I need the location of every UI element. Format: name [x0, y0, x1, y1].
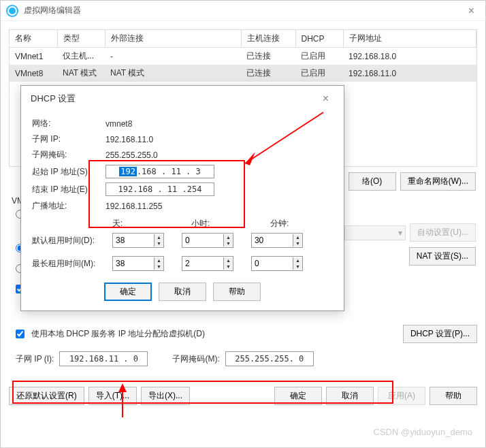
end-ip-label: 结束 IP 地址(E):: [32, 184, 106, 195]
mask-label: 子网掩码:: [32, 149, 106, 161]
net-value: vmnet8: [106, 119, 132, 129]
col-ext[interactable]: 外部连接: [105, 30, 241, 48]
end-ip-input[interactable]: 192.168 . 11 .254: [106, 182, 214, 196]
add-network-button[interactable]: 络(O): [349, 172, 396, 191]
dropdown-disabled: ▾: [344, 225, 406, 240]
col-dhcp[interactable]: DHCP: [295, 30, 343, 48]
col-host[interactable]: 主机连接: [241, 30, 295, 48]
window-title: 虚拟网络编辑器: [24, 5, 463, 16]
bcast-value: 192.168.11.255: [106, 202, 162, 211]
day-header: 天:: [112, 218, 191, 229]
start-ip-input[interactable]: 192.168 . 11 . 3: [106, 165, 214, 178]
default-min-spinner[interactable]: ▲▼: [251, 233, 303, 248]
default-lease-label: 默认租用时间(D):: [32, 235, 112, 246]
col-name[interactable]: 名称: [10, 30, 57, 48]
net-label: 网络:: [32, 118, 106, 129]
auto-settings-button: 自动设置(U)...: [410, 223, 476, 242]
use-dhcp-checkbox[interactable]: [16, 330, 25, 338]
min-header: 分钟:: [270, 218, 289, 229]
close-icon[interactable]: ×: [463, 5, 480, 17]
help-button[interactable]: 帮助: [430, 387, 477, 405]
dhcp-settings-button[interactable]: DHCP 设置(P)...: [403, 325, 477, 343]
dhcp-checkbox-row[interactable]: 使用本地 DHCP 服务将 IP 地址分配给虚拟机(D): [16, 328, 205, 340]
start-ip-label: 起始 IP 地址(S):: [32, 166, 106, 178]
titlebar: 虚拟网络编辑器 ×: [1, 1, 485, 21]
col-subnet[interactable]: 子网地址: [343, 30, 476, 48]
export-button[interactable]: 导出(X)...: [141, 387, 190, 405]
network-table: 名称 类型 外部连接 主机连接 DHCP 子网地址 VMnet1 仅主机...: [10, 30, 476, 82]
bcast-label: 广播地址:: [32, 200, 106, 212]
table-row[interactable]: VMnet8 NAT 模式 NAT 模式 已连接 已启用 192.168.11.…: [10, 65, 476, 82]
dialog-ok-button[interactable]: 确定: [104, 283, 152, 301]
max-day-spinner[interactable]: ▲▼: [112, 256, 164, 271]
nat-settings-button[interactable]: NAT 设置(S)...: [409, 247, 476, 266]
dialog-title: DHCP 设置: [31, 93, 76, 105]
subnet-value: 192.168.11.0: [106, 135, 153, 144]
hour-header: 小时:: [191, 218, 270, 229]
chevron-up-icon: ▲: [155, 234, 163, 240]
cancel-button[interactable]: 取消: [326, 387, 374, 405]
default-hour-spinner[interactable]: ▲▼: [182, 233, 233, 248]
subnet-label: 子网 IP:: [32, 133, 106, 145]
mask-value: 255.255.255.0: [106, 150, 158, 160]
max-min-spinner[interactable]: ▲▼: [251, 256, 303, 271]
col-type[interactable]: 类型: [57, 30, 105, 48]
restore-defaults-button[interactable]: 还原默认设置(R): [9, 387, 84, 405]
watermark: CSDN @yiduoyun_demo: [374, 427, 472, 437]
dhcp-dialog: DHCP 设置 × 网络:vmnet8 子网 IP:192.168.11.0 子…: [20, 85, 344, 311]
apply-button: 应用(A): [378, 387, 425, 405]
max-hour-spinner[interactable]: ▲▼: [182, 256, 233, 271]
ok-button[interactable]: 确定: [274, 387, 322, 405]
dialog-close-icon[interactable]: ×: [317, 93, 334, 105]
dialog-cancel-button[interactable]: 取消: [159, 283, 206, 301]
subnet-ip-input[interactable]: 192.168.11 . 0: [59, 351, 148, 366]
table-row[interactable]: VMnet1 仅主机... - 已连接 已启用 192.168.18.0: [10, 48, 476, 65]
dialog-help-button[interactable]: 帮助: [213, 283, 261, 301]
max-lease-label: 最长租用时间(M):: [32, 258, 112, 270]
import-button[interactable]: 导入(T)...: [88, 387, 137, 405]
app-icon: [6, 5, 18, 17]
subnet-mask-input[interactable]: 255.255.255. 0: [225, 351, 314, 366]
default-day-spinner[interactable]: ▲▼: [112, 233, 164, 248]
subnet-ip-label: 子网 IP (I):: [16, 353, 54, 365]
chevron-down-icon: ▼: [155, 240, 163, 246]
rename-network-button[interactable]: 重命名网络(W)...: [400, 172, 476, 191]
subnet-mask-label: 子网掩码(M):: [172, 353, 219, 365]
